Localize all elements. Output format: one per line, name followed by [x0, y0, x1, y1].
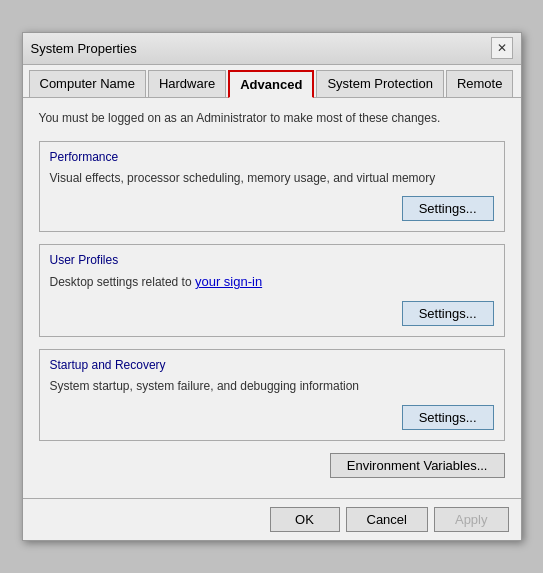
close-button[interactable]: ✕	[503, 36, 523, 56]
user-profiles-section: User Profiles Desktop settings related t…	[27, 234, 517, 328]
user-profiles-settings-button[interactable]: Settings...	[418, 291, 505, 317]
tab-content: You must be logged on as an Administrato…	[13, 91, 531, 493]
performance-btn-row: Settings...	[38, 187, 506, 213]
performance-desc: Visual effects, processor scheduling, me…	[38, 160, 506, 177]
performance-section: Performance Visual effects, processor sc…	[27, 131, 517, 224]
user-profiles-desc-before: Desktop settings related to	[38, 264, 196, 279]
tab-hardware[interactable]: Hardware	[129, 66, 203, 91]
user-profiles-desc-highlight: your	[195, 264, 220, 279]
title-bar: System Properties ✕	[13, 31, 531, 61]
user-profiles-btn-row: Settings...	[38, 291, 506, 317]
admin-notice: You must be logged on as an Administrato…	[27, 101, 517, 119]
startup-recovery-btn-row: Settings...	[38, 394, 506, 420]
tab-bar: Computer Name Hardware Advanced System P…	[13, 61, 531, 91]
user-profiles-desc: Desktop settings related to your sign-in	[38, 263, 506, 281]
startup-recovery-desc: System startup, system failure, and debu…	[38, 367, 506, 384]
tab-remote[interactable]: Remote	[409, 66, 473, 91]
system-properties-window: System Properties ✕ Computer Name Hardwa…	[12, 30, 532, 543]
user-profiles-desc-after: sign-in	[220, 264, 262, 279]
admin-notice-text-after: of these changes.	[356, 102, 462, 117]
startup-recovery-section: Startup and Recovery System startup, sys…	[27, 338, 517, 431]
performance-settings-button[interactable]: Settings...	[418, 187, 505, 213]
environment-variables-button[interactable]: Environment Variables...	[353, 445, 517, 471]
user-profiles-title: User Profiles	[38, 243, 506, 257]
env-variables-row: Environment Variables...	[27, 441, 517, 479]
performance-title: Performance	[38, 140, 506, 154]
window-title: System Properties	[21, 39, 119, 53]
admin-notice-text-before: You must be logged on as an Administrato…	[27, 102, 328, 117]
tab-computer-name[interactable]: Computer Name	[17, 66, 127, 91]
tab-system-protection[interactable]: System Protection	[288, 66, 407, 91]
admin-notice-highlight: most	[327, 102, 355, 117]
footer-bar: OK Cancel Apply	[13, 493, 531, 542]
tab-advanced[interactable]: Advanced	[205, 66, 286, 91]
cancel-button[interactable]: Cancel	[349, 502, 429, 528]
ok-button[interactable]: OK	[261, 502, 341, 528]
startup-recovery-settings-button[interactable]: Settings...	[418, 394, 505, 420]
startup-recovery-title: Startup and Recovery	[38, 347, 506, 361]
apply-button[interactable]: Apply	[437, 502, 517, 528]
